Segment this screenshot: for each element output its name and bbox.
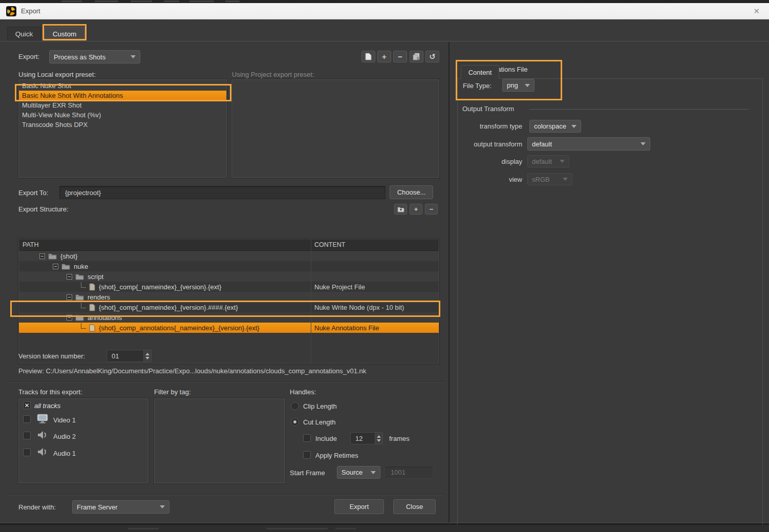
track-all-label: all tracks xyxy=(34,402,60,410)
separator xyxy=(7,381,443,382)
checkbox-unchecked[interactable] xyxy=(23,415,31,423)
output-transform-dropdown[interactable]: default xyxy=(527,137,650,151)
new-preset-button[interactable] xyxy=(361,51,375,62)
plus-icon: + xyxy=(414,205,418,213)
table-row[interactable]: script xyxy=(19,271,439,282)
render-with-dropdown[interactable]: Frame Server xyxy=(72,500,169,514)
folder-icon xyxy=(61,263,70,270)
table-row[interactable]: annotations xyxy=(19,312,439,323)
project-preset-list[interactable] xyxy=(231,79,439,178)
remove-structure-button[interactable]: − xyxy=(425,204,438,215)
add-preset-button[interactable]: + xyxy=(377,51,391,62)
output-transform-value: default xyxy=(532,140,552,148)
export-structure-table[interactable]: PATH CONTENT {shot} nuke xyxy=(18,239,439,364)
local-preset-list[interactable]: Basic Nuke Shot Basic Nuke Shot With Ann… xyxy=(18,79,227,178)
column-divider xyxy=(311,239,311,363)
render-with-label: Render with: xyxy=(18,503,56,511)
version-token-spinner[interactable]: 01 xyxy=(106,350,152,362)
view-label: view xyxy=(457,176,522,183)
plus-icon: + xyxy=(382,52,387,61)
remove-preset-button[interactable]: − xyxy=(393,51,407,62)
start-frame-mode-value: Source xyxy=(341,469,362,476)
list-item[interactable]: Basic Nuke Shot xyxy=(19,81,226,91)
file-type-dropdown[interactable]: png xyxy=(502,79,535,92)
column-header-path: PATH xyxy=(19,239,311,250)
expander-icon[interactable] xyxy=(67,294,72,300)
clip-length-label: Clip Length xyxy=(303,402,337,410)
checkbox-apply-retimes[interactable] xyxy=(303,451,311,459)
add-structure-button[interactable]: + xyxy=(410,204,422,215)
revert-preset-button[interactable]: ↺ xyxy=(425,51,439,62)
table-row[interactable]: {shot}_comp{_nameindex}_{version}.####.{… xyxy=(19,302,439,312)
filter-by-tag-list[interactable] xyxy=(154,398,285,483)
chevron-down-icon xyxy=(640,142,646,145)
include-label: Include xyxy=(315,435,337,442)
chevron-down-icon xyxy=(525,84,530,87)
group-rule xyxy=(529,109,749,110)
expander-icon[interactable] xyxy=(39,253,45,259)
list-item[interactable]: Multi-View Nuke Shot (%v) xyxy=(19,110,226,120)
include-frames-spinner[interactable]: 12 xyxy=(350,432,383,444)
spinner-arrows-icon[interactable] xyxy=(143,350,151,361)
list-item[interactable]: Transcode Shots DPX xyxy=(19,120,226,130)
content-cell: Nuke Annotations File xyxy=(311,324,379,332)
tab-content[interactable]: Content xyxy=(461,65,499,79)
folder-icon xyxy=(75,314,84,321)
start-frame-value-field: 1001 xyxy=(385,466,433,479)
export-mode-value: Process as Shots xyxy=(54,53,105,61)
choose-button[interactable]: Choose... xyxy=(390,185,433,199)
tab-quick[interactable]: Quick xyxy=(7,27,41,41)
file-type-label: File Type: xyxy=(463,82,492,90)
list-item[interactable]: Multilayer EXR Shot xyxy=(19,100,226,110)
track-label: Video 1 xyxy=(53,416,76,424)
expander-icon[interactable] xyxy=(67,315,72,321)
table-row[interactable]: renders xyxy=(19,292,439,302)
checkbox-checked[interactable]: ✕ xyxy=(23,401,31,409)
table-row[interactable]: {shot}_comp{_nameindex}_{version}.{ext} … xyxy=(19,282,439,292)
version-token-value: 01 xyxy=(107,350,143,361)
panel-splitter[interactable] xyxy=(448,42,450,532)
cut-length-label: Cut Length xyxy=(303,418,336,426)
list-item-selected[interactable]: Basic Nuke Shot With Annotations xyxy=(19,91,226,100)
chevron-down-icon xyxy=(131,55,136,58)
file-icon xyxy=(89,304,95,311)
duplicate-preset-button[interactable] xyxy=(410,51,423,62)
close-button[interactable]: Close xyxy=(393,499,436,514)
checkbox-unchecked[interactable] xyxy=(23,449,31,456)
new-folder-button[interactable] xyxy=(394,204,407,215)
tree-connector xyxy=(81,282,86,288)
filter-by-tag-label: Filter by tag: xyxy=(154,388,191,396)
audio-track-icon xyxy=(37,448,48,456)
nuke-logo-icon xyxy=(6,6,16,16)
output-transform-group-label: Output Transform xyxy=(462,105,514,113)
expander-icon[interactable] xyxy=(53,264,58,269)
radio-cut-length[interactable] xyxy=(291,418,299,426)
tracks-label: Tracks for this export: xyxy=(18,388,82,396)
export-button[interactable]: Export xyxy=(334,499,384,514)
content-cell: Nuke Project File xyxy=(311,283,365,291)
checkbox-unchecked[interactable] xyxy=(23,432,31,439)
checkbox-include[interactable] xyxy=(303,434,311,442)
export-dialog-body: Quick Custom Export: Process as Shots + … xyxy=(0,19,769,524)
expander-icon[interactable] xyxy=(67,274,72,280)
transform-type-dropdown[interactable]: colorspace xyxy=(529,120,581,133)
table-row-selected[interactable]: {shot}_comp_annotations{_nameindex}_{ver… xyxy=(19,323,439,333)
tree-node-label: annotations xyxy=(88,314,122,322)
minus-icon: − xyxy=(430,205,434,213)
transform-type-row: transform type colorspace xyxy=(457,120,574,133)
new-document-icon xyxy=(365,53,372,60)
close-icon[interactable]: ✕ xyxy=(753,7,760,16)
folder-icon xyxy=(75,273,84,280)
tracks-list[interactable]: ✕ all tracks Video 1 Audio 2 xyxy=(18,398,148,483)
spinner-arrows-icon[interactable] xyxy=(375,433,382,444)
export-to-field[interactable]: {projectroot} xyxy=(59,186,386,199)
radio-clip-length[interactable] xyxy=(291,402,299,410)
output-transform-label: output transform xyxy=(457,140,522,148)
start-frame-label: Start Frame xyxy=(290,469,325,477)
start-frame-mode-dropdown[interactable]: Source xyxy=(337,466,380,479)
table-row[interactable]: nuke xyxy=(19,261,439,271)
render-with-value: Frame Server xyxy=(77,503,117,511)
tab-custom[interactable]: Custom xyxy=(44,27,85,41)
table-row[interactable]: {shot} xyxy=(19,251,439,261)
export-mode-dropdown[interactable]: Process as Shots xyxy=(49,50,140,63)
